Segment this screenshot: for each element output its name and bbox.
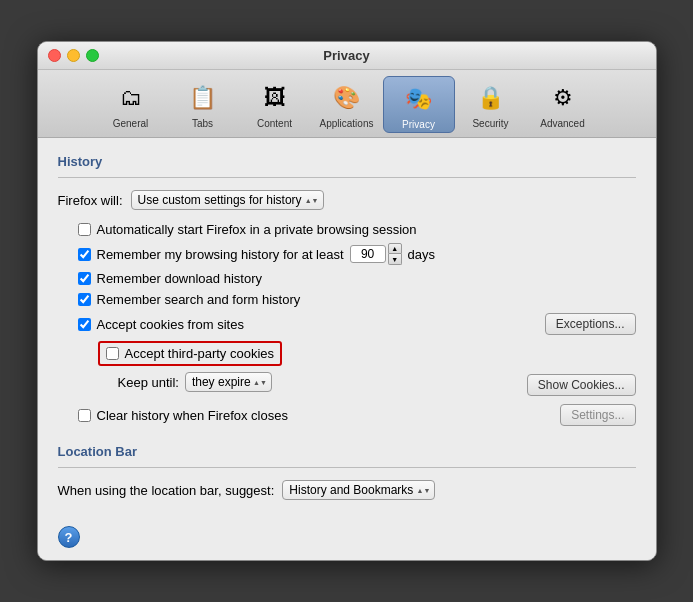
firefox-will-row: Firefox will: Use custom settings for hi… [58, 190, 636, 210]
clear-history-settings-button[interactable]: Settings... [560, 404, 635, 426]
auto-private-checkbox[interactable] [78, 223, 91, 236]
keep-until-select-wrapper: they expire [185, 372, 272, 392]
security-icon: 🔒 [473, 80, 509, 116]
accept-cookies-inner: Accept cookies from sites [58, 317, 545, 332]
suggest-select-wrapper: History and Bookmarks [282, 480, 435, 500]
tab-content[interactable]: 🖼 Content [239, 76, 311, 133]
tab-privacy[interactable]: 🎭 Privacy [383, 76, 455, 133]
days-input[interactable]: 90 [350, 245, 386, 263]
titlebar: Privacy [38, 42, 656, 70]
remember-search-checkbox[interactable] [78, 293, 91, 306]
accept-third-party-label: Accept third-party cookies [125, 346, 275, 361]
close-button[interactable] [48, 49, 61, 62]
keep-until-row: Keep until: they expire Show Cookies... [58, 372, 636, 398]
spinner-arrows: ▲ ▼ [388, 243, 402, 265]
location-bar-section: Location Bar When using the location bar… [58, 444, 636, 500]
applications-label: Applications [320, 118, 374, 129]
accept-third-party-checkbox[interactable] [106, 347, 119, 360]
remember-browsing-checkbox[interactable] [78, 248, 91, 261]
third-party-highlight-box: Accept third-party cookies [98, 341, 283, 366]
firefox-will-label: Firefox will: [58, 193, 123, 208]
help-button[interactable]: ? [58, 526, 80, 548]
window-title: Privacy [323, 48, 369, 63]
remember-browsing-row: Remember my browsing history for at leas… [58, 243, 636, 265]
minimize-button[interactable] [67, 49, 80, 62]
remember-search-row: Remember search and form history [58, 292, 636, 307]
remember-download-checkbox[interactable] [78, 272, 91, 285]
history-divider [58, 177, 636, 178]
content-icon: 🖼 [257, 80, 293, 116]
third-party-section: Accept third-party cookies [58, 341, 636, 366]
suggest-select[interactable]: History and Bookmarks [282, 480, 435, 500]
tab-security[interactable]: 🔒 Security [455, 76, 527, 133]
clear-history-inner: Clear history when Firefox closes [58, 408, 561, 423]
location-bar-suggest-row: When using the location bar, suggest: Hi… [58, 480, 636, 500]
general-icon: 🗂 [113, 80, 149, 116]
general-label: General [113, 118, 149, 129]
accept-cookies-row: Accept cookies from sites Exceptions... [58, 313, 636, 335]
advanced-label: Advanced [540, 118, 584, 129]
tabs-icon: 📋 [185, 80, 221, 116]
content-label: Content [257, 118, 292, 129]
days-up-button[interactable]: ▲ [388, 243, 402, 254]
auto-private-label: Automatically start Firefox in a private… [97, 222, 417, 237]
history-section-title: History [58, 154, 636, 169]
tabs-label: Tabs [192, 118, 213, 129]
location-bar-divider [58, 467, 636, 468]
suggest-label: When using the location bar, suggest: [58, 483, 275, 498]
keep-until-inner: Keep until: they expire [58, 372, 527, 392]
auto-private-row: Automatically start Firefox in a private… [58, 222, 636, 237]
applications-icon: 🎨 [329, 80, 365, 116]
history-mode-wrapper: Use custom settings for history [131, 190, 324, 210]
days-spinner: 90 ▲ ▼ [350, 243, 402, 265]
clear-history-checkbox[interactable] [78, 409, 91, 422]
traffic-lights [48, 49, 99, 62]
tab-applications[interactable]: 🎨 Applications [311, 76, 383, 133]
maximize-button[interactable] [86, 49, 99, 62]
toolbar: 🗂 General 📋 Tabs 🖼 Content 🎨 Application… [38, 70, 656, 138]
tab-advanced[interactable]: ⚙ Advanced [527, 76, 599, 133]
days-unit-label: days [408, 247, 435, 262]
privacy-icon: 🎭 [401, 81, 437, 117]
preferences-window: Privacy 🗂 General 📋 Tabs 🖼 Content 🎨 App… [37, 41, 657, 561]
privacy-label: Privacy [402, 119, 435, 130]
security-label: Security [472, 118, 508, 129]
bottom-bar: ? [38, 516, 656, 560]
accept-cookies-checkbox[interactable] [78, 318, 91, 331]
clear-history-row: Clear history when Firefox closes Settin… [58, 404, 636, 426]
days-down-button[interactable]: ▼ [388, 254, 402, 265]
tab-general[interactable]: 🗂 General [95, 76, 167, 133]
remember-download-label: Remember download history [97, 271, 262, 286]
tab-tabs[interactable]: 📋 Tabs [167, 76, 239, 133]
show-cookies-button[interactable]: Show Cookies... [527, 374, 636, 396]
third-party-wrapper: Accept third-party cookies [58, 341, 636, 366]
advanced-icon: ⚙ [545, 80, 581, 116]
content-area: History Firefox will: Use custom setting… [38, 138, 656, 516]
accept-cookies-label: Accept cookies from sites [97, 317, 244, 332]
remember-browsing-label: Remember my browsing history for at leas… [97, 247, 344, 262]
keep-until-label: Keep until: [118, 375, 179, 390]
remember-search-label: Remember search and form history [97, 292, 301, 307]
keep-until-select[interactable]: they expire [185, 372, 272, 392]
history-mode-select[interactable]: Use custom settings for history [131, 190, 324, 210]
remember-download-row: Remember download history [58, 271, 636, 286]
exceptions-button[interactable]: Exceptions... [545, 313, 636, 335]
location-bar-section-title: Location Bar [58, 444, 636, 459]
clear-history-label: Clear history when Firefox closes [97, 408, 288, 423]
